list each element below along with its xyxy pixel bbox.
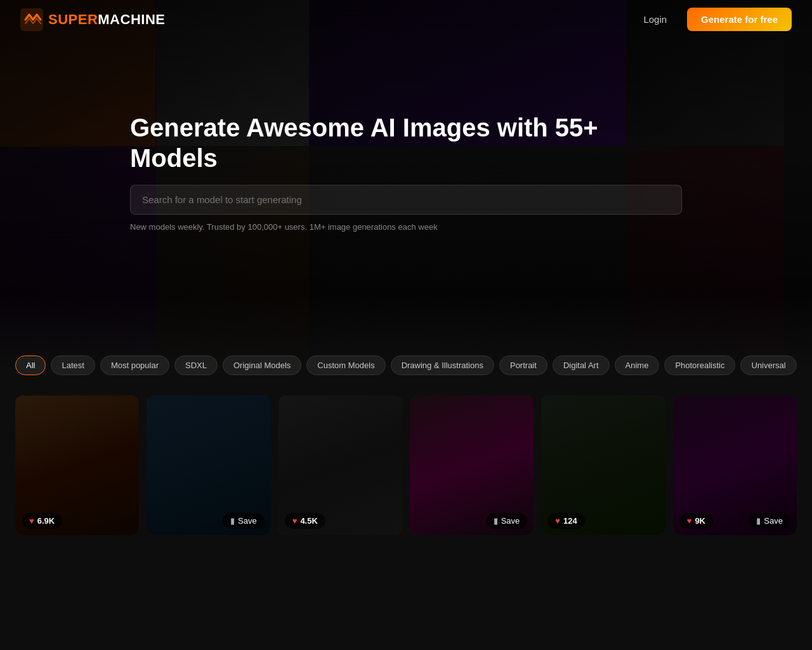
likes-count-3: 4.5K (300, 516, 317, 526)
card-save-button-4[interactable]: ▮Save (486, 513, 528, 529)
filter-tab-universal[interactable]: Universal (740, 355, 796, 375)
card-likes-badge-5: ♥124 (547, 513, 584, 529)
heart-icon-6b: ♥ (687, 516, 692, 526)
filter-tab-digital-art[interactable]: Digital Art (553, 355, 610, 375)
heart-icon: ♥ (29, 516, 34, 526)
search-input[interactable] (130, 185, 682, 215)
filter-tabs: AllLatestMost popularSDXLOriginal Models… (15, 355, 797, 375)
filter-tab-anime[interactable]: Anime (615, 355, 660, 375)
model-card-2[interactable]: ▮Save (147, 395, 270, 535)
card-save-button-2[interactable]: ▮Save (223, 513, 265, 529)
card-grid: ♥6.9K▮Save♥4.5K▮Save♥124▮Save♥9K (0, 383, 812, 548)
model-card-6[interactable]: ▮Save♥9K (673, 395, 797, 535)
bookmark-icon: ▮ (494, 516, 498, 526)
model-card-4[interactable]: ▮Save (410, 395, 534, 535)
filter-tab-custom-models[interactable]: Custom Models (306, 355, 385, 375)
card-save-button-6[interactable]: ▮Save (749, 513, 790, 529)
filter-tab-sdxl[interactable]: SDXL (174, 355, 218, 375)
card-likes-badge-6b: ♥9K (679, 513, 713, 529)
filter-tab-most-popular[interactable]: Most popular (100, 355, 169, 375)
nav-right: Login Generate for free (636, 8, 792, 31)
hero-section: Generate Awesome AI Images with 55+ Mode… (0, 0, 812, 368)
hero-subtitle: New models weekly. Trusted by 100,000+ u… (130, 222, 682, 232)
save-label-4: Save (501, 516, 520, 526)
card-likes-badge-3: ♥4.5K (285, 513, 325, 529)
filter-section: AllLatestMost popularSDXLOriginal Models… (0, 355, 812, 375)
likes-count-5: 124 (563, 516, 577, 526)
heart-icon: ♥ (292, 516, 298, 526)
hero-title: Generate Awesome AI Images with 55+ Mode… (130, 112, 682, 173)
filter-tab-all[interactable]: All (15, 355, 46, 375)
login-button[interactable]: Login (636, 9, 674, 30)
logo-machine: MACHINE (98, 11, 165, 27)
hero-content: Generate Awesome AI Images with 55+ Mode… (130, 112, 682, 232)
logo-icon (20, 8, 43, 31)
card-likes-badge-1: ♥6.9K (22, 513, 62, 529)
likes-count-6b: 9K (695, 516, 705, 526)
logo-text: SUPERMACHINE (48, 11, 165, 28)
filter-tab-drawing-illustrations[interactable]: Drawing & Illustrations (391, 355, 494, 375)
likes-count-1: 6.9K (37, 516, 55, 526)
model-card-3[interactable]: ♥4.5K (278, 395, 402, 535)
filter-tab-photorealistic[interactable]: Photorealistic (664, 355, 735, 375)
navbar: SUPERMACHINE Login Generate for free (0, 0, 812, 39)
model-card-1[interactable]: ♥6.9K (15, 395, 139, 535)
filter-tab-original-models[interactable]: Original Models (223, 355, 301, 375)
filter-tab-portrait[interactable]: Portrait (499, 355, 547, 375)
generate-button[interactable]: Generate for free (687, 8, 792, 31)
heart-icon: ♥ (555, 516, 560, 526)
filter-tab-latest[interactable]: Latest (51, 355, 95, 375)
logo-super: SUPER (48, 11, 98, 27)
save-label-6: Save (764, 516, 783, 526)
save-label-2: Save (238, 516, 257, 526)
bookmark-icon: ▮ (230, 516, 235, 526)
bookmark-icon: ▮ (756, 516, 761, 526)
model-card-5[interactable]: ♥124 (541, 395, 665, 535)
logo[interactable]: SUPERMACHINE (20, 8, 165, 31)
